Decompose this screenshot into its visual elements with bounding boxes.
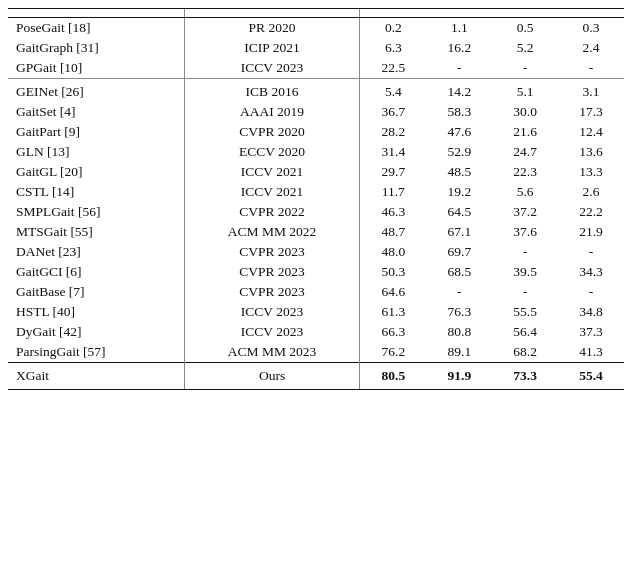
table-row: GaitSet [4]AAAI 201936.758.330.017.3 <box>8 102 624 122</box>
value-cell: 29.7 <box>360 162 427 182</box>
value-cell: 80.5 <box>360 363 427 390</box>
value-cell: 22.5 <box>360 58 427 79</box>
value-cell: ICB 2016 <box>184 79 359 103</box>
value-cell: 41.3 <box>558 342 624 363</box>
value-cell: 91.9 <box>426 363 492 390</box>
value-cell: 55.5 <box>492 302 558 322</box>
value-cell: CVPR 2022 <box>184 202 359 222</box>
value-cell: 48.0 <box>360 242 427 262</box>
value-cell: 68.2 <box>492 342 558 363</box>
value-cell: 16.2 <box>426 38 492 58</box>
value-cell: 3.1 <box>558 79 624 103</box>
value-cell: 0.2 <box>360 18 427 39</box>
value-cell: ICCV 2023 <box>184 302 359 322</box>
value-cell: 28.2 <box>360 122 427 142</box>
value-cell: ICIP 2021 <box>184 38 359 58</box>
value-cell: 64.6 <box>360 282 427 302</box>
value-cell: 11.7 <box>360 182 427 202</box>
header-r5 <box>426 9 492 18</box>
value-cell: 39.5 <box>492 262 558 282</box>
table-row: CSTL [14]ICCV 202111.719.25.62.6 <box>8 182 624 202</box>
table-row: GaitBase [7]CVPR 202364.6--- <box>8 282 624 302</box>
method-cell: PoseGait [18] <box>8 18 184 39</box>
value-cell: 0.5 <box>492 18 558 39</box>
value-cell: - <box>492 242 558 262</box>
table-row: DANet [23]CVPR 202348.069.7-- <box>8 242 624 262</box>
value-cell: - <box>492 58 558 79</box>
method-cell: ParsingGait [57] <box>8 342 184 363</box>
value-cell: 46.3 <box>360 202 427 222</box>
table-row: GPGait [10]ICCV 202322.5--- <box>8 58 624 79</box>
table-row: GaitGL [20]ICCV 202129.748.522.313.3 <box>8 162 624 182</box>
value-cell: 76.2 <box>360 342 427 363</box>
value-cell: 1.1 <box>426 18 492 39</box>
value-cell: 64.5 <box>426 202 492 222</box>
value-cell: - <box>558 242 624 262</box>
value-cell: 19.2 <box>426 182 492 202</box>
value-cell: 13.3 <box>558 162 624 182</box>
table-row: XGaitOurs80.591.973.355.4 <box>8 363 624 390</box>
value-cell: 22.3 <box>492 162 558 182</box>
value-cell: 37.3 <box>558 322 624 342</box>
value-cell: 66.3 <box>360 322 427 342</box>
value-cell: 69.7 <box>426 242 492 262</box>
method-cell: GEINet [26] <box>8 79 184 103</box>
value-cell: 5.1 <box>492 79 558 103</box>
value-cell: 47.6 <box>426 122 492 142</box>
value-cell: 2.4 <box>558 38 624 58</box>
table-row: HSTL [40]ICCV 202361.376.355.534.8 <box>8 302 624 322</box>
table-row: MTSGait [55]ACM MM 202248.767.137.621.9 <box>8 222 624 242</box>
header-r1 <box>360 9 427 18</box>
value-cell: 68.5 <box>426 262 492 282</box>
value-cell: Ours <box>184 363 359 390</box>
value-cell: CVPR 2023 <box>184 262 359 282</box>
value-cell: 80.8 <box>426 322 492 342</box>
method-cell: GaitSet [4] <box>8 102 184 122</box>
value-cell: 56.4 <box>492 322 558 342</box>
value-cell: 89.1 <box>426 342 492 363</box>
value-cell: 5.4 <box>360 79 427 103</box>
method-cell: MTSGait [55] <box>8 222 184 242</box>
value-cell: 34.8 <box>558 302 624 322</box>
value-cell: ICCV 2023 <box>184 322 359 342</box>
value-cell: 76.3 <box>426 302 492 322</box>
table-row: DyGait [42]ICCV 202366.380.856.437.3 <box>8 322 624 342</box>
value-cell: 21.6 <box>492 122 558 142</box>
value-cell: 5.2 <box>492 38 558 58</box>
value-cell: ECCV 2020 <box>184 142 359 162</box>
method-cell: GaitGL [20] <box>8 162 184 182</box>
method-cell: GaitBase [7] <box>8 282 184 302</box>
value-cell: 37.6 <box>492 222 558 242</box>
method-cell: GaitPart [9] <box>8 122 184 142</box>
value-cell: 58.3 <box>426 102 492 122</box>
value-cell: 48.5 <box>426 162 492 182</box>
method-cell: CSTL [14] <box>8 182 184 202</box>
header-row <box>8 9 624 18</box>
value-cell: 0.3 <box>558 18 624 39</box>
method-cell: GLN [13] <box>8 142 184 162</box>
method-cell: GaitGraph [31] <box>8 38 184 58</box>
value-cell: 36.7 <box>360 102 427 122</box>
value-cell: 61.3 <box>360 302 427 322</box>
value-cell: 14.2 <box>426 79 492 103</box>
value-cell: 2.6 <box>558 182 624 202</box>
value-cell: - <box>426 282 492 302</box>
value-cell: PR 2020 <box>184 18 359 39</box>
header-map <box>492 9 558 18</box>
table-row: SMPLGait [56]CVPR 202246.364.537.222.2 <box>8 202 624 222</box>
value-cell: 5.6 <box>492 182 558 202</box>
table-row: GEINet [26]ICB 20165.414.25.13.1 <box>8 79 624 103</box>
value-cell: 6.3 <box>360 38 427 58</box>
value-cell: 37.2 <box>492 202 558 222</box>
value-cell: 52.9 <box>426 142 492 162</box>
table-row: ParsingGait [57]ACM MM 202376.289.168.24… <box>8 342 624 363</box>
table-row: GaitGraph [31]ICIP 20216.316.25.22.4 <box>8 38 624 58</box>
method-cell: DANet [23] <box>8 242 184 262</box>
value-cell: - <box>426 58 492 79</box>
method-cell: DyGait [42] <box>8 322 184 342</box>
value-cell: 31.4 <box>360 142 427 162</box>
comparison-table: PoseGait [18]PR 20200.21.10.50.3GaitGrap… <box>8 8 624 390</box>
method-cell: GaitGCI [6] <box>8 262 184 282</box>
table-row: GaitPart [9]CVPR 202028.247.621.612.4 <box>8 122 624 142</box>
value-cell: 24.7 <box>492 142 558 162</box>
